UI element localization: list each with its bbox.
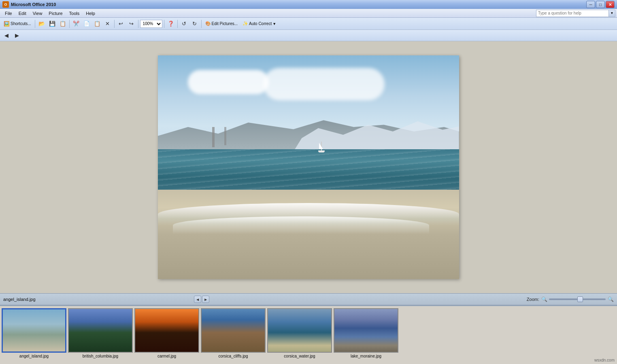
edit-pictures-label: Edit Pictures... — [212, 21, 238, 26]
nav-arrows: ◄ ► — [194, 296, 209, 303]
thumb-scene-angel-island — [3, 309, 65, 351]
thumb-label-corsica-water: corsica_water.jpg — [284, 354, 315, 358]
thumb-scene-corsica-water — [268, 309, 331, 352]
menu-edit[interactable]: Edit — [15, 10, 30, 17]
shortcuts-label: Shortcuts... — [11, 21, 31, 26]
toolbar-separator-4 — [138, 20, 138, 28]
help-dropdown-button[interactable]: ▼ — [609, 10, 615, 17]
thumb-label-lake-moraine: lake_moraine.jpg — [351, 354, 381, 358]
toolbar-separator-2 — [69, 20, 70, 28]
cloud-2 — [263, 68, 385, 100]
bridge-tower-2 — [224, 127, 226, 145]
zoom-slider-track — [549, 298, 606, 300]
close-button[interactable]: ✕ — [606, 1, 615, 8]
app-icon: O — [2, 1, 9, 8]
thumb-label-carmel: carmel.jpg — [157, 354, 176, 358]
cloud-1 — [188, 70, 269, 94]
minimize-button[interactable]: ─ — [586, 1, 595, 8]
zoom-select[interactable]: 100% 50% 75% 150% 200% — [140, 20, 162, 28]
thumb-corsica-cliffs[interactable]: corsica_cliffs.jpg — [201, 308, 266, 358]
rotate-left-button[interactable]: ↺ — [179, 19, 189, 29]
thumb-img-lake-moraine — [334, 308, 398, 353]
toolbar: 🖼️ Shortcuts... 📂 💾 📋 ✂️ 📄 📋 ✕ ↩ ↪ 100% … — [0, 18, 617, 30]
thumb-scene-corsica-cliffs — [202, 309, 265, 352]
thumb-scene-british-columbia — [69, 309, 132, 352]
thumb-img-angel-island — [2, 308, 66, 353]
edit-pictures-button[interactable]: 🎨 Edit Pictures... — [203, 19, 240, 29]
zoom-in-button[interactable]: 🔍 — [607, 296, 614, 303]
thumb-img-corsica-water — [267, 308, 332, 353]
thumb-scene-carmel — [135, 309, 198, 352]
toolbar-separator-6 — [177, 20, 178, 28]
main-area — [0, 41, 617, 293]
nav-next-button[interactable]: ► — [202, 296, 209, 303]
filename-status: angel_island.jpg — [3, 297, 36, 302]
toolbar-separator-7 — [201, 20, 202, 28]
zoom-out-button[interactable]: 🔍 — [541, 296, 547, 303]
save-button[interactable]: 💾 — [47, 19, 57, 29]
help-button[interactable]: ❓ — [166, 19, 176, 29]
toolbar-separator-3 — [114, 20, 115, 28]
copy-button[interactable]: 📄 — [82, 19, 91, 29]
thumb-carmel[interactable]: carmel.jpg — [134, 308, 199, 358]
thumb-lake-moraine[interactable]: lake_moraine.jpg — [334, 308, 398, 358]
thumb-img-carmel — [134, 308, 199, 353]
window-controls: ─ □ ✕ — [586, 1, 615, 8]
undo-button[interactable]: ↩ — [116, 19, 126, 29]
delete-button[interactable]: ✕ — [103, 19, 113, 29]
thumb-img-corsica-cliffs — [201, 308, 266, 353]
toolbar-separator-5 — [164, 20, 164, 28]
sailboat-sail — [319, 143, 323, 149]
prev-image-button[interactable]: ◀ — [2, 31, 11, 40]
thumb-label-british-columbia: british_columbia.jpg — [83, 354, 118, 358]
toolbar-separator-1 — [35, 20, 35, 28]
thumb-british-columbia[interactable]: british_columbia.jpg — [68, 308, 133, 358]
menu-tools[interactable]: Tools — [66, 10, 83, 17]
bridge-tower-1 — [212, 127, 215, 147]
ocean-scene — [158, 55, 459, 279]
menu-picture[interactable]: Picture — [45, 10, 66, 17]
thumb-label-angel-island: angel_island.jpg — [19, 354, 49, 358]
thumb-scene-lake-moraine — [334, 309, 398, 352]
redo-button[interactable]: ↪ — [127, 19, 136, 29]
rotate-right-button[interactable]: ↻ — [190, 19, 200, 29]
app-title: Microsoft Office 2010 — [11, 2, 56, 7]
toolbar2: ◀ ▶ — [0, 30, 617, 41]
paste-button[interactable]: 📋 — [92, 19, 102, 29]
status-bar: angel_island.jpg ◄ ► Zoom: 🔍 🔍 — [0, 293, 617, 305]
cut-button[interactable]: ✂️ — [71, 19, 81, 29]
sailboat-hull — [318, 150, 325, 152]
menu-file[interactable]: File — [2, 10, 15, 17]
wave-foam-2 — [173, 216, 429, 234]
menu-bar: File Edit View Picture Tools Help ▼ — [0, 9, 617, 18]
save-as-button[interactable]: 📋 — [58, 19, 68, 29]
title-bar: O Microsoft Office 2010 ─ □ ✕ — [0, 0, 617, 9]
zoom-control: Zoom: 🔍 🔍 — [527, 296, 614, 303]
nav-prev-button[interactable]: ◄ — [194, 296, 201, 303]
menu-help[interactable]: Help — [83, 10, 98, 17]
open-button[interactable]: 📂 — [37, 19, 47, 29]
thumb-corsica-water[interactable]: corsica_water.jpg — [267, 308, 332, 358]
zoom-slider-thumb[interactable] — [577, 296, 583, 302]
sailboat — [317, 140, 326, 152]
thumb-img-british-columbia — [68, 308, 133, 353]
shortcuts-button[interactable]: 🖼️ Shortcuts... — [2, 19, 33, 29]
auto-correct-label: Auto Correct — [249, 21, 272, 26]
main-image — [158, 55, 459, 279]
auto-correct-button[interactable]: ✨ Auto Correct ▼ — [240, 19, 278, 29]
thumb-label-corsica-cliffs: corsica_cliffs.jpg — [218, 354, 248, 358]
help-input[interactable] — [536, 10, 609, 17]
help-search: ▼ — [536, 10, 615, 17]
menu-view[interactable]: View — [30, 10, 46, 17]
thumb-angel-island[interactable]: angel_island.jpg — [2, 308, 66, 358]
maximize-button[interactable]: □ — [596, 1, 605, 8]
zoom-label: Zoom: — [527, 297, 539, 302]
thumbnail-strip: angel_island.jpg british_columbia.jpg ca… — [0, 305, 617, 364]
title-text: O Microsoft Office 2010 — [2, 1, 56, 8]
next-image-button[interactable]: ▶ — [12, 31, 22, 40]
